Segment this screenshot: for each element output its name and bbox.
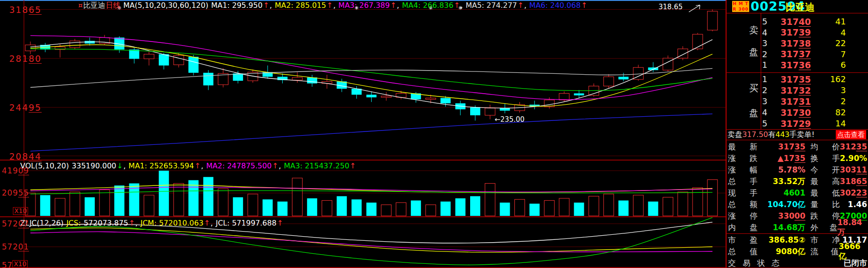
high-price-annotation: 318.65 (658, 3, 683, 11)
quote-value: 31235 (840, 142, 867, 151)
quote-value: 30223 (840, 188, 867, 197)
sell-order-row[interactable]: 4317394 (762, 27, 846, 38)
sell-side-label: 盘 (749, 46, 758, 59)
quote-label: 市盈 (728, 235, 757, 245)
buy-order-row[interactable]: 2317323 (762, 85, 846, 95)
order-price: 31738 (771, 38, 811, 48)
quote-field: 总额104.70亿 (728, 199, 805, 210)
level-number: 3 (762, 96, 771, 106)
quote-field: 均价31235 (810, 141, 867, 152)
quote-value: 31865 (840, 177, 867, 186)
divider (726, 140, 868, 140)
quote-label: 总手 (728, 176, 757, 187)
quote-label: 总值 (728, 246, 757, 257)
sell-order-row[interactable]: 53174041 (762, 16, 846, 27)
sell-order-row[interactable]: 1317366 (762, 60, 846, 70)
quote-value: 4601 (784, 188, 805, 197)
stock-terminal: ¤比亚迪日线 MA(5,10,20,30,60,120) MA1: 295.95… (0, 0, 868, 268)
low-price-annotation: ←235.00 (495, 115, 524, 124)
buy-order-row[interactable]: 131735162 (762, 74, 846, 84)
quote-value: 14.68万 (773, 222, 805, 233)
volume-indicator-header: VOL(5,10,20) 335190.000↓, MA1: 252653.59… (20, 161, 357, 170)
buy-order-row[interactable]: 3317312 (762, 96, 846, 107)
level-number: 5 (762, 119, 771, 128)
divider (726, 129, 868, 130)
level-number: 2 (762, 49, 771, 59)
quote-label: 量比 (810, 199, 840, 210)
sell-order-row[interactable]: 33173822 (762, 38, 846, 48)
quote-field: 最低30223 (810, 187, 867, 198)
quote-label: 涨跌 (728, 153, 757, 164)
buy-side-label: 盘 (749, 107, 758, 119)
order-volume: 2 (811, 96, 846, 106)
price-axis-label: 28180 (9, 54, 46, 63)
view-detail-button[interactable]: 点击查看 (836, 130, 866, 139)
quote-field: 涨停33000 (728, 210, 805, 221)
panel-left-border (726, 0, 727, 268)
quote-field: 量比1.46 (810, 199, 867, 210)
quote-label: 最低 (810, 188, 840, 198)
quote-label: 最高 (810, 176, 840, 187)
quote-label: 换手 (810, 153, 840, 164)
order-price: 31730 (771, 107, 811, 118)
quote-label: 总额 (728, 199, 757, 210)
market-flag-badge: H M TR 300 (732, 1, 749, 12)
order-price: 31740 (771, 17, 811, 27)
quote-label: 市净 (810, 235, 840, 245)
quote-field: 换手2.90% (810, 153, 867, 164)
main-indicator-header: ¤比亚迪日线 MA(5,10,20,30,60,120) MA1: 295.95… (78, 1, 588, 11)
quote-value: 9080亿 (776, 246, 805, 257)
order-volume: 3 (811, 85, 846, 95)
trading-status-value: 已闭市 (844, 258, 867, 268)
order-price: 31731 (771, 96, 811, 107)
buy-order-row[interactable]: 43173082 (762, 107, 846, 118)
quote-value: 2.90% (840, 154, 867, 163)
level-number: 4 (762, 28, 771, 37)
sell-order-row[interactable]: 2317377 (762, 49, 846, 60)
quote-value: 1.46 (848, 200, 867, 209)
order-price: 31737 (771, 49, 811, 59)
kline-chart-canvas[interactable] (0, 0, 726, 268)
order-price: 31736 (771, 60, 811, 70)
order-volume: 7 (811, 49, 846, 59)
quote-field: 现手4601 (728, 187, 805, 198)
order-price: 31735 (771, 74, 811, 84)
quote-label: 涨幅 (728, 165, 757, 175)
divider (761, 13, 761, 129)
sell-side-label: 卖 (749, 24, 758, 36)
order-volume: 6 (811, 60, 846, 70)
quote-value: 104.70亿 (767, 199, 805, 210)
buy-side-label: 买 (749, 82, 758, 95)
quote-label: 现手 (728, 188, 757, 198)
volume-scale-x10: X10 (13, 207, 28, 215)
quote-field: 内盘14.68万 (728, 222, 805, 233)
level-number: 2 (762, 85, 771, 95)
zljc-axis-label: 57207 (2, 220, 29, 228)
level-number: 4 (762, 107, 771, 117)
order-price: 31729 (771, 119, 811, 129)
level-number: 5 (762, 17, 771, 26)
sell-order-alert: 卖盘317.50有443手卖单! 点击查看 (728, 130, 867, 139)
buy-order-row[interactable]: 53172914 (762, 118, 846, 129)
quote-label: 流值 (810, 246, 839, 257)
order-volume: 22 (811, 38, 846, 48)
divider (726, 233, 868, 234)
quote-label: 均价 (810, 142, 840, 152)
order-price: 31732 (771, 85, 811, 95)
divider (726, 72, 868, 73)
order-price: 31739 (771, 27, 811, 37)
quote-label: 外盘 (810, 222, 837, 233)
zljc-axis-label: 57201 (2, 243, 29, 251)
quote-field: 涨跌▲1735 (728, 153, 805, 164)
divider (726, 13, 868, 13)
level-number: 1 (762, 74, 771, 84)
order-volume: 162 (811, 74, 846, 84)
quote-field: 最高31865 (810, 176, 867, 187)
quote-label: 最新 (728, 142, 757, 152)
order-volume: 41 (811, 17, 846, 26)
price-axis-label: 24495 (9, 103, 46, 112)
indicator-icon: ¤ (78, 1, 83, 10)
quote-value: 5.78% (778, 165, 805, 174)
volume-axis-label: 20955 (2, 189, 29, 197)
quote-value: 33000 (778, 211, 805, 220)
